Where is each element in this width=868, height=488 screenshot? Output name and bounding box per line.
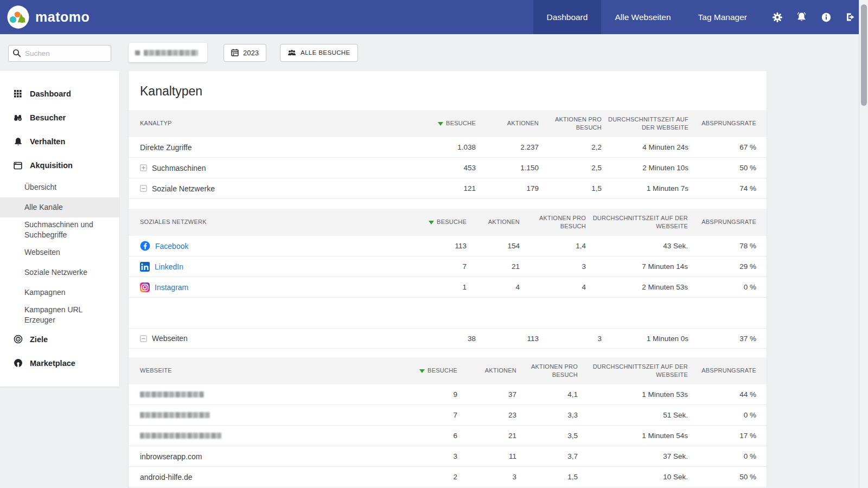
notifications-icon[interactable] [789, 0, 814, 34]
row-label-link[interactable]: Facebook [155, 242, 188, 251]
collapse-minus-icon[interactable] [140, 335, 147, 342]
table-row-instagram[interactable]: Instagram1442 Minuten 53s0 % [129, 277, 767, 298]
table-row[interactable]: 7233,351 Sek.0 % [129, 405, 767, 426]
sidebar-item-dashboard[interactable]: Dashboard [0, 82, 119, 106]
row-value-cell: 4 [520, 283, 586, 291]
column-header-kanaltyp[interactable]: KANALTYP [140, 119, 413, 127]
column-header-absprungsrate[interactable]: ABSPRUNGSRATE [688, 367, 756, 375]
segment-label: ALLE BESUCHE [301, 49, 350, 56]
row-value-cell: 6 [398, 432, 457, 440]
table-row-android-hilfe-de[interactable]: android-hilfe.de231,510 Sek.50 % [129, 467, 767, 487]
sidebar-item-webseiten[interactable]: Webseiten [0, 242, 119, 262]
table-header-row: WEBSEITEBESUCHEAKTIONENAKTIONEN PRO BESU… [129, 357, 767, 384]
report-title: Kanaltypen [129, 71, 767, 110]
column-header-durchschnittszeit-auf-der-webseite[interactable]: DURCHSCHNITTSZEIT AUF DER WEBSEITE [578, 363, 688, 380]
table-row-webseiten[interactable]: Webseiten3811331 Minuten 0s37 % [129, 328, 767, 349]
column-header-besuche[interactable]: BESUCHE [398, 367, 457, 375]
nav-tab-dashboard[interactable]: Dashboard [533, 0, 602, 34]
dashboard-icon [13, 89, 23, 98]
site-selector-icon-redacted [135, 50, 140, 55]
row-value-cell: 50 % [688, 473, 756, 481]
row-label-cell: Instagram [140, 282, 413, 292]
row-value-cell: 7 Minuten 14s [586, 262, 688, 271]
column-header-label: ABSPRUNGSRATE [701, 219, 756, 225]
row-label-link[interactable]: LinkedIn [155, 262, 183, 271]
row-value-cell: 154 [467, 242, 520, 250]
navbar-tabs: DashboardAlle WebseitenTag Manager [533, 0, 761, 34]
table-row[interactable]: 6213,51 Minuten 54s17 % [129, 426, 767, 446]
search-input[interactable] [8, 45, 111, 62]
column-header-aktionen-pro-besuch[interactable]: AKTIONEN PRO BESUCH [539, 115, 602, 132]
collapse-minus-icon[interactable] [140, 185, 147, 192]
column-header-label: BESUCHE [446, 120, 476, 126]
sidebar-item-ziele[interactable]: Ziele [0, 328, 119, 351]
sidebar-item-kampagnen-url-erzeuger[interactable]: Kampagnen URL Erzeuger [0, 303, 119, 328]
sidebar-item-besucher[interactable]: Besucher [0, 106, 119, 130]
settings-icon[interactable] [765, 0, 789, 34]
sidebar-item-marketplace[interactable]: Marketplace [0, 351, 119, 375]
sidebar-item-alle-kan-le[interactable]: Alle Kanäle [0, 197, 119, 217]
column-header-durchschnittszeit-auf-der-webseite[interactable]: DURCHSCHNITTSZEIT AUF DER WEBSEITE [586, 214, 688, 231]
row-value-cell: 1,5 [516, 473, 578, 481]
column-header-besuche[interactable]: BESUCHE [413, 119, 476, 127]
sidebar-item-akquisition[interactable]: Akquisition [0, 153, 119, 177]
sidebar-item-label: Akquisition [30, 161, 73, 170]
row-value-cell: 1 Minuten 54s [578, 432, 688, 440]
column-header-webseite[interactable]: WEBSEITE [140, 367, 398, 375]
column-header-absprungsrate[interactable]: ABSPRUNGSRATE [688, 218, 756, 226]
column-header-besuche[interactable]: BESUCHE [413, 218, 467, 226]
nav-tab-alle-webseiten[interactable]: Alle Webseiten [601, 0, 684, 34]
row-value-cell: 21 [467, 262, 520, 271]
row-value-cell: 3 [539, 335, 602, 343]
table-row-facebook[interactable]: Facebook1131541,443 Sek.78 % [129, 236, 767, 256]
sidebar-item-label: Suchmaschinen und Suchbegriffe [24, 220, 112, 240]
goals-icon [13, 335, 23, 344]
row-label-cell: LinkedIn [140, 262, 413, 272]
site-selector[interactable] [129, 43, 207, 62]
column-header-label: WEBSEITE [140, 367, 172, 374]
period-label: 2023 [243, 49, 259, 57]
column-header-aktionen-pro-besuch[interactable]: AKTIONEN PRO BESUCH [516, 363, 578, 380]
table-row-suchmaschinen[interactable]: Suchmaschinen4531.1502,52 Minuten 10s50 … [129, 158, 767, 178]
column-header-soziales-netzwerk[interactable]: SOZIALES NETZWERK [140, 218, 413, 226]
sidebar-item-verhalten[interactable]: Verhalten [0, 130, 119, 153]
sidebar-item-kampagnen[interactable]: Kampagnen [0, 282, 119, 303]
table-row-linkedin[interactable]: LinkedIn72137 Minuten 14s29 % [129, 256, 767, 277]
sidebar-item-suchmaschinen-und-suchbegriffe[interactable]: Suchmaschinen und Suchbegriffe [0, 217, 119, 242]
table-row-inbrowserapp-com[interactable]: inbrowserapp.com3113,737 Sek.0 % [129, 446, 767, 467]
matomo-brand[interactable]: matomo [0, 5, 90, 29]
expand-plus-icon[interactable] [140, 164, 147, 171]
row-label-redacted [140, 412, 210, 418]
column-header-label: AKTIONEN PRO BESUCH [555, 116, 602, 131]
vertical-scrollbar[interactable] [859, 0, 868, 488]
row-label: Soziale Netzwerke [152, 184, 215, 193]
row-label: android-hilfe.de [140, 473, 193, 481]
period-selector-button[interactable]: 2023 [224, 44, 266, 62]
row-label-link[interactable]: Instagram [155, 283, 188, 292]
column-header-aktionen[interactable]: AKTIONEN [457, 367, 516, 375]
table-spacer [129, 298, 767, 328]
column-header-aktionen-pro-besuch[interactable]: AKTIONEN PRO BESUCH [520, 214, 586, 231]
scrollbar-thumb[interactable] [861, 4, 867, 106]
sidebar-item-bersicht[interactable]: Übersicht [0, 177, 119, 197]
nav-tab-tag-manager[interactable]: Tag Manager [685, 0, 761, 34]
column-header-aktionen[interactable]: AKTIONEN [476, 119, 539, 127]
column-header-absprungsrate[interactable]: ABSPRUNGSRATE [688, 119, 756, 127]
sidebar-item-soziale-netzwerke[interactable]: Soziale Netzwerke [0, 262, 119, 282]
table-row[interactable]: 9374,11 Minuten 53s44 % [129, 384, 767, 405]
row-value-cell: 1,5 [539, 184, 602, 192]
table-row-direkte-zugriffe[interactable]: Direkte Zugriffe1.0382.2372,24 Minuten 2… [129, 137, 767, 158]
column-header-aktionen[interactable]: AKTIONEN [467, 218, 520, 226]
instagram-icon [140, 282, 150, 292]
row-value-cell: 67 % [688, 143, 756, 151]
column-header-durchschnittszeit-auf-der-webseite[interactable]: DURCHSCHNITTSZEIT AUF DER WEBSEITE [602, 115, 688, 132]
segment-selector-button[interactable]: ALLE BESUCHE [280, 44, 358, 62]
table-row-soziale-netzwerke[interactable]: Soziale Netzwerke1211791,51 Minuten 7s74… [129, 178, 767, 199]
row-value-cell: 3,5 [516, 432, 578, 440]
sidebar-item-label: Marketplace [30, 359, 75, 368]
row-value-cell: 37 % [688, 335, 756, 343]
row-label-cell: android-hilfe.de [140, 473, 398, 481]
help-icon[interactable] [814, 0, 838, 34]
row-value-cell: 2.237 [476, 143, 539, 151]
row-value-cell: 121 [413, 184, 476, 192]
